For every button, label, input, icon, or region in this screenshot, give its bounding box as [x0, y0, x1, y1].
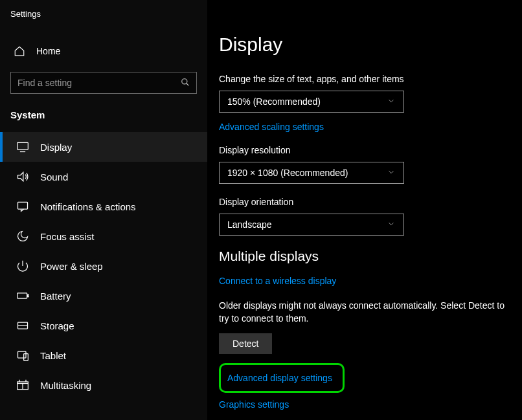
storage-icon — [16, 318, 30, 333]
sidebar-item-tablet[interactable]: Tablet — [0, 340, 207, 370]
sidebar-item-battery[interactable]: Battery — [0, 281, 207, 311]
search-input[interactable] — [17, 78, 181, 88]
orientation-value: Landscape — [227, 219, 272, 230]
battery-icon — [16, 289, 30, 303]
page-title: Display — [219, 34, 517, 56]
svg-marker-4 — [18, 172, 23, 181]
sidebar-item-label: Power & sleep — [40, 261, 103, 272]
multiple-displays-heading: Multiple displays — [219, 249, 517, 264]
sound-icon — [16, 170, 30, 184]
window-title: Settings — [0, 6, 207, 27]
orientation-dropdown[interactable]: Landscape — [219, 214, 404, 236]
multitasking-icon — [16, 378, 30, 392]
sidebar-item-label: Tablet — [40, 350, 66, 361]
sidebar-item-power[interactable]: Power & sleep — [0, 251, 207, 281]
resolution-dropdown[interactable]: 1920 × 1080 (Recommended) — [219, 162, 404, 184]
scale-dropdown[interactable]: 150% (Recommended) — [219, 91, 404, 113]
home-label: Home — [36, 46, 60, 56]
sidebar: Settings Home System DisplaySoundNotific… — [0, 0, 207, 420]
orientation-label: Display orientation — [219, 197, 517, 207]
sidebar-item-sound[interactable]: Sound — [0, 162, 207, 192]
svg-point-0 — [182, 78, 187, 83]
resolution-value: 1920 × 1080 (Recommended) — [227, 168, 348, 178]
main-pane: Display Change the size of text, apps, a… — [207, 0, 522, 420]
nav-list: DisplaySoundNotifications & actionsFocus… — [0, 132, 207, 400]
sidebar-item-storage[interactable]: Storage — [0, 311, 207, 340]
sidebar-item-display[interactable]: Display — [0, 132, 207, 162]
search-box[interactable] — [10, 72, 197, 94]
svg-line-1 — [187, 83, 189, 85]
sidebar-item-label: Storage — [40, 320, 74, 331]
home-icon — [13, 45, 26, 58]
svg-rect-11 — [18, 351, 27, 358]
resolution-label: Display resolution — [219, 145, 517, 155]
display-icon — [16, 140, 30, 154]
search-icon — [181, 78, 190, 89]
detect-button[interactable]: Detect — [219, 333, 272, 354]
home-button[interactable]: Home — [0, 38, 207, 64]
tablet-icon — [16, 348, 30, 362]
scale-label: Change the size of text, apps, and other… — [219, 74, 517, 84]
sidebar-item-focus[interactable]: Focus assist — [0, 221, 207, 251]
svg-rect-8 — [28, 294, 29, 296]
sidebar-item-label: Multitasking — [40, 380, 91, 391]
focus-icon — [16, 229, 30, 243]
advanced-scaling-link[interactable]: Advanced scaling settings — [219, 122, 324, 132]
power-icon — [16, 259, 30, 273]
chevron-down-icon — [387, 220, 396, 229]
scale-value: 150% (Recommended) — [227, 96, 321, 107]
svg-rect-7 — [17, 293, 27, 298]
highlight-annotation: Advanced display settings — [219, 363, 345, 393]
advanced-display-settings-link[interactable]: Advanced display settings — [227, 373, 332, 383]
chevron-down-icon — [387, 168, 396, 177]
graphics-settings-link[interactable]: Graphics settings — [219, 399, 289, 410]
notifications-icon — [16, 199, 30, 214]
older-displays-text: Older displays might not always connect … — [219, 299, 517, 326]
sidebar-item-label: Display — [40, 142, 72, 153]
sidebar-item-label: Sound — [40, 171, 68, 182]
svg-rect-2 — [17, 142, 28, 149]
chevron-down-icon — [387, 97, 396, 106]
sidebar-item-label: Notifications & actions — [40, 201, 136, 212]
sidebar-item-notifications[interactable]: Notifications & actions — [0, 192, 207, 221]
sidebar-item-label: Focus assist — [40, 231, 94, 242]
connect-wireless-link[interactable]: Connect to a wireless display — [219, 276, 336, 286]
category-heading: System — [0, 103, 207, 127]
sidebar-item-label: Battery — [40, 291, 71, 302]
sidebar-item-multitasking[interactable]: Multitasking — [0, 370, 207, 400]
svg-rect-5 — [18, 202, 28, 209]
